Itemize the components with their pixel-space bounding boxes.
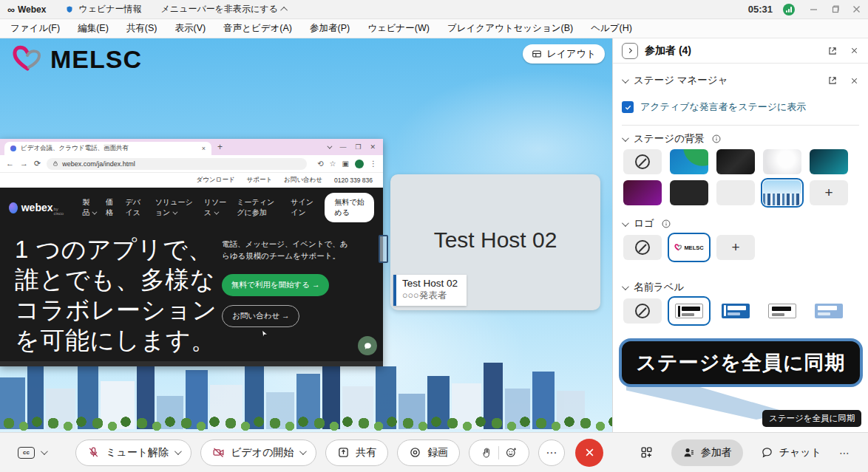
participant-tile[interactable]: Test Host 02 Test Host 02 ○○○発表者	[390, 174, 600, 310]
browser-menu-icon[interactable]: ⋮	[370, 160, 377, 168]
browser-minimize-icon[interactable]: —	[339, 143, 346, 151]
nav-pricing[interactable]: 価格	[106, 197, 115, 218]
browser-restore-icon[interactable]: ❐	[355, 143, 361, 151]
background-white-thumb[interactable]	[763, 149, 801, 174]
tab-close-icon[interactable]: ×	[202, 145, 206, 152]
background-thumbnails: +	[623, 149, 848, 205]
melsc-heart-icon	[10, 44, 44, 74]
menu-participants[interactable]: 参加者(P)	[310, 22, 350, 35]
chevron-down-icon[interactable]	[299, 448, 307, 455]
menu-view[interactable]: 表示(V)	[174, 22, 206, 35]
forward-icon[interactable]: →	[20, 159, 28, 168]
menu-share[interactable]: 共有(S)	[126, 22, 157, 35]
chevron-down-icon[interactable]	[622, 219, 629, 227]
nav-resources[interactable]: リソース	[204, 197, 228, 218]
start-free-header-button[interactable]: 無料で始める	[325, 193, 374, 222]
start-free-cta-button[interactable]: 無料で利用を開始する →	[222, 274, 329, 296]
popout-stage-manager-icon[interactable]	[827, 75, 838, 86]
close-stage-manager-icon[interactable]	[850, 76, 859, 86]
maximize-button[interactable]	[831, 5, 839, 13]
nav-devices[interactable]: デバイス	[125, 197, 145, 218]
contact-link[interactable]: お問い合わせ	[284, 176, 322, 185]
chevron-down-icon[interactable]	[622, 283, 629, 290]
name-label-style3-thumb[interactable]	[763, 298, 801, 324]
unmute-button[interactable]: ミュート解除	[75, 439, 191, 466]
chevron-down-icon[interactable]	[622, 76, 629, 83]
popout-icon[interactable]	[827, 46, 838, 56]
record-button[interactable]: 録画	[397, 439, 460, 466]
minimize-button[interactable]	[810, 5, 818, 13]
hide-menubar-button[interactable]: メニューバーを非表示にする	[161, 3, 288, 16]
chevron-down-icon[interactable]	[622, 134, 629, 142]
sync-stage-button-magnified[interactable]: ステージを全員に同期	[619, 338, 863, 387]
browser-close-icon[interactable]: ✕	[370, 143, 376, 151]
more-options-button[interactable]: ⋯	[538, 439, 565, 466]
logo-melsc-thumb-selected[interactable]: MELSC	[670, 235, 708, 260]
more-panels-button[interactable]: ⋯	[839, 447, 850, 459]
close-window-button[interactable]	[852, 5, 861, 13]
reload-icon[interactable]: ⟳	[34, 159, 41, 168]
reactions-smiley-icon[interactable]	[505, 446, 518, 459]
download-link[interactable]: ダウンロード	[197, 176, 235, 185]
menu-edit[interactable]: 編集(E)	[78, 22, 109, 35]
nav-solutions[interactable]: ソリューション	[155, 197, 194, 218]
tab-group-icon[interactable]: ▣	[342, 160, 349, 168]
background-black-thumb[interactable]	[716, 149, 755, 174]
support-link[interactable]: サポート	[247, 176, 273, 185]
background-dark-thumb[interactable]	[670, 180, 708, 205]
translate-icon[interactable]: ⟲	[317, 160, 323, 168]
back-icon[interactable]: ←	[6, 159, 14, 168]
mic-off-icon	[87, 446, 100, 459]
collapse-panel-button[interactable]	[622, 43, 638, 59]
chat-button[interactable]: チャット	[761, 446, 821, 459]
captions-button[interactable]: cc	[18, 447, 46, 459]
info-icon[interactable]	[711, 134, 722, 144]
background-green-thumb[interactable]	[670, 149, 708, 174]
name-label-style4-thumb[interactable]	[810, 298, 848, 324]
join-meeting-link[interactable]: ミーティングに参加	[237, 197, 282, 218]
background-purple-thumb[interactable]	[623, 180, 662, 205]
background-city-thumb-selected[interactable]	[763, 180, 801, 205]
menu-file[interactable]: ファイル(F)	[10, 22, 60, 35]
name-label-none-thumb[interactable]	[623, 298, 662, 324]
new-tab-button[interactable]: +	[217, 142, 223, 152]
browser-tab[interactable]: ビデオ会議、クラウド電話、画面共有 ×	[4, 142, 211, 155]
name-label-style2-thumb[interactable]	[716, 298, 755, 324]
background-none-thumb[interactable]	[623, 149, 662, 174]
site-chat-fab[interactable]	[358, 336, 377, 355]
nav-products[interactable]: 製品	[82, 197, 96, 218]
name-label-style1-thumb-selected[interactable]	[670, 298, 708, 324]
bookmark-star-icon[interactable]: ☆	[330, 160, 336, 168]
menu-breakout[interactable]: ブレイクアウトセッション(B)	[447, 22, 573, 35]
tab-chevron-icon[interactable]	[328, 143, 333, 148]
menu-audio-video[interactable]: 音声とビデオ(A)	[223, 22, 292, 35]
contact-cta-button[interactable]: お問い合わせ →	[222, 305, 299, 327]
add-background-button[interactable]: +	[810, 180, 848, 205]
logo-none-thumb[interactable]	[623, 235, 662, 260]
connection-quality-icon[interactable]	[783, 4, 795, 16]
leave-meeting-button[interactable]	[575, 439, 603, 467]
chevron-down-icon	[41, 448, 48, 455]
close-panel-icon[interactable]	[850, 46, 859, 55]
background-teal-thumb[interactable]	[810, 149, 848, 174]
divider	[622, 125, 859, 126]
raise-hand-icon[interactable]	[481, 447, 492, 459]
chevron-down-icon[interactable]	[174, 448, 182, 455]
stage-resize-handle[interactable]	[379, 235, 388, 263]
apps-button[interactable]	[640, 445, 654, 459]
add-logo-button[interactable]: +	[716, 235, 755, 260]
url-field[interactable]: webex.com/ja/index.html	[47, 158, 307, 170]
share-button[interactable]: 共有	[325, 439, 388, 466]
start-video-button[interactable]: ビデオの開始	[200, 439, 316, 466]
layout-button[interactable]: レイアウト	[523, 44, 605, 64]
background-gray-thumb[interactable]	[716, 180, 755, 205]
menu-help[interactable]: ヘルプ(H)	[591, 22, 632, 35]
browser-profile-avatar[interactable]	[355, 160, 364, 168]
webinar-info-button[interactable]: ウェビナー情報	[65, 3, 141, 16]
info-icon[interactable]	[661, 219, 671, 229]
participants-button[interactable]: 参加者	[671, 439, 743, 466]
signin-link[interactable]: サインイン	[291, 197, 316, 218]
background-section-header: ステージの背景	[622, 132, 859, 146]
menu-webinar[interactable]: ウェビナー(W)	[367, 22, 430, 35]
active-speaker-checkbox[interactable]	[622, 101, 634, 113]
